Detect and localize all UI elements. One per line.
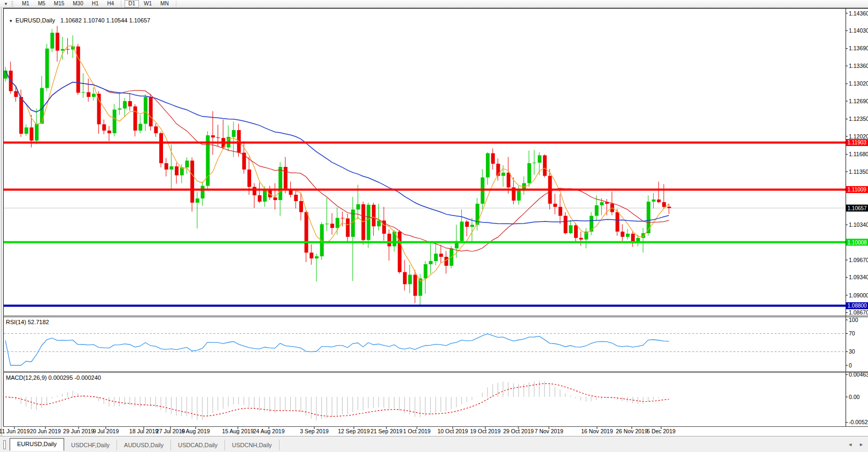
chart-tab-usdcnh[interactable]: USDCNH,Daily: [225, 440, 280, 450]
time-axis-label: 26 Nov 2019: [616, 428, 648, 434]
chart-tab-audusd[interactable]: AUDUSD,Daily: [117, 440, 171, 450]
time-axis-label: 15 Aug 2019: [222, 428, 254, 434]
price-axis-label: 1.11350: [849, 168, 868, 175]
price-axis-label: 1.14360: [849, 10, 868, 17]
chart-ohlc-values: 1.10682 1.10740 1.10544 1.10657: [60, 17, 150, 24]
price-axis-label: 1.09670: [849, 257, 868, 263]
chart-collapse-icon[interactable]: ▼: [9, 19, 13, 24]
price-axis-label: 1.13020: [849, 80, 868, 87]
chart-tab-usdchf[interactable]: USDCHF,Daily: [64, 440, 117, 450]
time-axis-label: 27 Jul 2019: [156, 428, 185, 434]
chart-symbol-label: EURUSD,Daily: [15, 17, 55, 24]
macd-axis-label: 0.00: [849, 394, 860, 400]
tab-scroll-left-icon[interactable]: ◄: [848, 442, 852, 447]
rsi-indicator-label: RSI(14) 52.7182: [6, 319, 49, 325]
price-axis-label: 1.13690: [849, 45, 868, 51]
price-axis-label: 1.12020: [849, 133, 868, 140]
chart-panels-background: [3, 9, 868, 436]
price-axis-label: 1.10340: [849, 221, 868, 228]
svg-text:1.10657: 1.10657: [848, 205, 867, 211]
time-axis-label: 21 Sep 2019: [370, 428, 402, 434]
time-axis-label: 29 Jun 2019: [63, 428, 94, 434]
time-axis-label: 1 Oct 2019: [403, 428, 431, 434]
time-axis-label: 6 Aug 2019: [181, 428, 210, 434]
chart-tab-usdcad[interactable]: USDCAD,Daily: [171, 440, 225, 450]
time-axis-label: 16 Nov 2019: [581, 428, 613, 434]
svg-text:1.11009: 1.11009: [848, 187, 867, 193]
price-axis-label: 1.09000: [849, 292, 868, 298]
price-axis-label: 1.12350: [849, 116, 868, 122]
rsi-axis-label: 0: [849, 362, 852, 369]
price-axis-label: 1.11680: [849, 151, 868, 157]
time-axis-label: 19 Oct 2019: [470, 428, 500, 434]
price-axis-label: 1.12690: [849, 98, 868, 104]
price-axis-label: 1.09340: [849, 274, 868, 280]
time-axis-label: 10 Oct 2019: [437, 428, 468, 434]
time-axis-label: 11 Jun 2019: [0, 428, 30, 434]
time-axis-label: 9 Jul 2019: [93, 428, 119, 434]
price-axis-label: 1.14030: [849, 27, 868, 34]
rsi-axis-label: 30: [849, 348, 855, 355]
time-axis-label: 5 Dec 2019: [647, 428, 676, 434]
time-axis-label: 18 Jul 2019: [129, 428, 158, 434]
tab-bar-grip[interactable]: [3, 440, 6, 449]
chart-title: ▼EURUSD,Daily1.10682 1.10740 1.10544 1.1…: [5, 11, 150, 24]
macd-axis-label: -0.00529: [849, 419, 868, 425]
svg-text:1.10008: 1.10008: [848, 240, 867, 246]
time-axis-label: 20 Jun 2019: [30, 428, 61, 434]
rsi-axis-label: 70: [849, 330, 855, 336]
chart-tab-bar: EURUSD,DailyUSDCHF,DailyAUDUSD,DailyUSDC…: [0, 436, 868, 452]
tab-scroll-right-icon[interactable]: ►: [859, 442, 864, 447]
macd-axis-label: 0.00463: [849, 371, 868, 378]
svg-text:1.08800: 1.08800: [848, 303, 867, 309]
chart-tab-eurusd[interactable]: EURUSD,Daily: [10, 438, 64, 451]
time-axis-label: 29 Oct 2019: [503, 428, 533, 434]
svg-text:1.11903: 1.11903: [848, 140, 867, 145]
macd-indicator-label: MACD(12,26,9) 0.000295 -0.000240: [6, 374, 101, 381]
time-axis-label: 3 Sep 2019: [300, 428, 329, 434]
time-axis-label: 7 Nov 2019: [534, 428, 563, 434]
price-axis-label: 1.13360: [849, 63, 868, 69]
tab-scroll-controls: ◄ ►: [848, 442, 864, 447]
chart-canvas[interactable]: 1.119031.110091.100081.088001.106571.143…: [0, 0, 868, 452]
time-axis-label: 12 Sep 2019: [338, 428, 370, 434]
time-axis-label: 24 Aug 2019: [253, 428, 285, 434]
price-axis-label: 1.08670: [849, 309, 868, 316]
rsi-axis-label: 100: [849, 317, 858, 323]
